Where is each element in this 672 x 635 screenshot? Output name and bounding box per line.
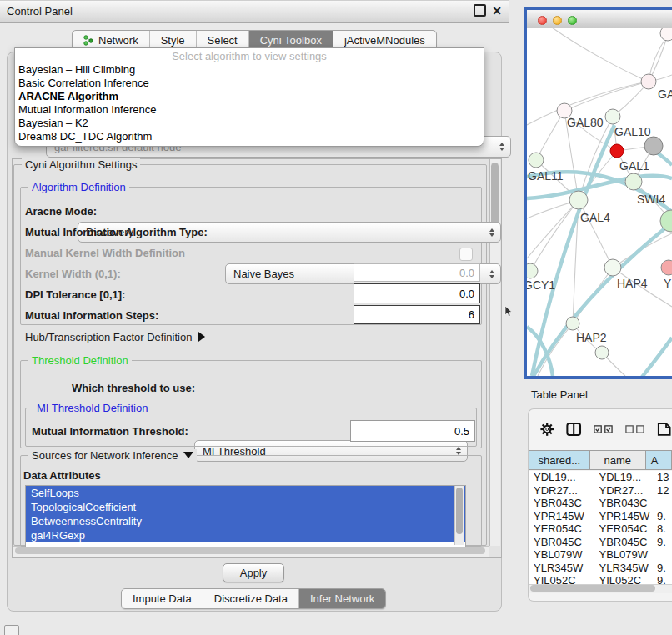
algorithm-option[interactable]: Dream8 DC_TDC Algorithm bbox=[15, 130, 484, 143]
group-title: Cyni Algorithm Settings bbox=[22, 158, 140, 171]
table-cell: 9. bbox=[653, 574, 672, 584]
group-title: MI Threshold Definition bbox=[33, 402, 151, 414]
collapsed-panel-button[interactable] bbox=[4, 625, 19, 635]
network-node[interactable] bbox=[605, 109, 620, 124]
column-header-clipped[interactable]: A bbox=[646, 450, 672, 470]
network-node[interactable] bbox=[610, 144, 624, 158]
field-value: 0.0 bbox=[459, 288, 474, 300]
attribute-list-item[interactable]: SelfLoops bbox=[26, 486, 465, 500]
group-title: Threshold Definition bbox=[28, 354, 132, 367]
tab-label: Cyni Toolbox bbox=[260, 34, 322, 47]
dpi-tolerance-input[interactable]: 0.0 bbox=[354, 283, 480, 303]
algorithm-dropdown-popup: Select algorithm to view settings Bayesi… bbox=[14, 48, 484, 147]
combo-stepper-icon bbox=[489, 270, 494, 278]
collapse-down-icon[interactable] bbox=[183, 452, 193, 458]
table-cell: YDR27... bbox=[529, 484, 594, 498]
network-window-titlebar[interactable] bbox=[527, 10, 672, 28]
table-horizontal-scrollbar-thumb[interactable] bbox=[530, 585, 655, 592]
data-attributes-label: Data Attributes bbox=[23, 469, 101, 482]
node-label: GAL4 bbox=[580, 211, 610, 224]
algorithm-popup-list: Bayesian – Hill ClimbingBasic Correlatio… bbox=[15, 63, 484, 143]
table-cell: 9. bbox=[653, 536, 672, 549]
horizontal-scrollbar-thumb[interactable] bbox=[15, 548, 485, 554]
combo-value: Naive Bayes bbox=[233, 268, 294, 280]
mi-steps-label: Mutual Information Steps: bbox=[25, 309, 158, 322]
algorithm-option[interactable]: Bayesian – Hill Climbing bbox=[15, 63, 484, 77]
close-traffic-light-icon[interactable] bbox=[538, 16, 547, 25]
network-node[interactable] bbox=[527, 263, 538, 278]
tab-infer-network[interactable]: Infer Network bbox=[299, 589, 385, 608]
column-header-shared-name[interactable]: shared... bbox=[529, 450, 590, 470]
attributes-scrollbar-thumb[interactable] bbox=[456, 488, 463, 534]
gear-icon[interactable] bbox=[539, 421, 554, 438]
mi-threshold-input[interactable]: 0.5 bbox=[350, 420, 475, 442]
expand-right-icon[interactable] bbox=[198, 332, 205, 342]
network-node[interactable] bbox=[625, 173, 642, 190]
deselect-all-columns-icon[interactable] bbox=[625, 424, 645, 434]
tab-impute-data[interactable]: Impute Data bbox=[122, 589, 203, 608]
data-attributes-list[interactable]: SelfLoopsTopologicalCoefficientBetweenne… bbox=[25, 485, 466, 548]
apply-button[interactable]: Apply bbox=[223, 563, 284, 582]
table-row[interactable]: YLR345WYLR345W9. bbox=[529, 562, 672, 575]
table-cell bbox=[653, 497, 672, 510]
export-table-icon[interactable] bbox=[657, 422, 672, 437]
table-row[interactable]: YBL079WYBL079W bbox=[529, 548, 672, 562]
table-row[interactable]: YBR045CYBR045C9. bbox=[529, 536, 672, 549]
table-row[interactable]: YER054CYER054C8. bbox=[529, 522, 672, 536]
tab-discretize-data[interactable]: Discretize Data bbox=[203, 589, 299, 608]
select-all-columns-icon[interactable] bbox=[594, 424, 614, 434]
network-node[interactable] bbox=[604, 259, 621, 276]
close-icon[interactable]: ✕ bbox=[492, 5, 502, 17]
minimize-traffic-light-icon[interactable] bbox=[553, 16, 562, 25]
table-row[interactable]: YIL052CYIL052C9. bbox=[529, 574, 672, 584]
table-cell bbox=[653, 548, 672, 562]
kernel-width-label: Kernel Width (0,1): bbox=[25, 268, 121, 280]
field-value: 0.0 bbox=[459, 267, 474, 279]
hub-factor-label: Hub/Transcription Factor Definition bbox=[25, 331, 192, 343]
node-label: GCY1 bbox=[527, 278, 555, 292]
mi-steps-input[interactable]: 6 bbox=[354, 305, 480, 324]
float-window-icon[interactable] bbox=[474, 4, 486, 17]
table-row[interactable]: YDR27...YDR27...12 bbox=[529, 484, 672, 498]
table-panel-title: Table Panel bbox=[531, 388, 588, 401]
table-cell: 9. bbox=[653, 510, 672, 523]
hub-factor-expander[interactable]: Hub/Transcription Factor Definition bbox=[25, 331, 205, 343]
network-node[interactable] bbox=[641, 74, 656, 89]
table-row[interactable]: YDL19...YDL19...13 bbox=[529, 471, 672, 484]
table-cell: YIL052C bbox=[529, 574, 594, 584]
kernel-width-input[interactable]: 0.0 bbox=[354, 263, 480, 282]
network-edge bbox=[640, 338, 672, 376]
column-layout-icon[interactable] bbox=[566, 422, 581, 437]
aracne-mode-label: Aracne Mode: bbox=[25, 205, 97, 218]
tab-label: Select bbox=[208, 34, 238, 47]
network-node[interactable] bbox=[644, 137, 663, 155]
node-label: HAP4 bbox=[617, 277, 648, 290]
field-value: 0.5 bbox=[454, 425, 469, 438]
node-label: GAL10 bbox=[614, 125, 651, 138]
attribute-list-item[interactable]: BetweennessCentrality bbox=[26, 514, 465, 528]
table-cell: YBR045C bbox=[529, 536, 594, 549]
algorithm-option[interactable]: Mutual Information Inference bbox=[15, 103, 484, 117]
algorithm-option[interactable]: ARACNE Algorithm bbox=[15, 90, 484, 103]
sources-expander[interactable]: Sources for Network Inference bbox=[28, 449, 197, 462]
tab-label: Discretize Data bbox=[214, 592, 288, 605]
attribute-list-item[interactable]: TopologicalCoefficient bbox=[26, 500, 465, 514]
network-node[interactable] bbox=[569, 191, 588, 209]
algorithm-option[interactable]: Basic Correlation Inference bbox=[15, 77, 484, 90]
table-cell: 8. bbox=[653, 522, 672, 536]
manual-kernel-checkbox[interactable] bbox=[459, 248, 473, 261]
zoom-traffic-light-icon[interactable] bbox=[568, 16, 577, 25]
attribute-list-item[interactable]: gal4RGexp bbox=[26, 528, 465, 542]
network-graph[interactable]: GALGAL80GAL10GAL1GAL11SWI4GAL4GCY1HAP4YH… bbox=[527, 28, 672, 376]
node-label: GAL bbox=[658, 88, 672, 101]
network-node[interactable] bbox=[661, 260, 672, 275]
table-row[interactable]: YPR145WYPR145W9. bbox=[529, 510, 672, 523]
column-header-name[interactable]: name bbox=[590, 450, 646, 470]
network-node[interactable] bbox=[566, 317, 579, 330]
tab-label: Network bbox=[98, 34, 138, 47]
algorithm-option[interactable]: Bayesian – K2 bbox=[15, 117, 484, 130]
network-node[interactable] bbox=[595, 346, 609, 359]
network-node[interactable] bbox=[660, 28, 672, 41]
network-node[interactable] bbox=[529, 152, 544, 168]
table-row[interactable]: YBR043CYBR043C bbox=[529, 497, 672, 510]
